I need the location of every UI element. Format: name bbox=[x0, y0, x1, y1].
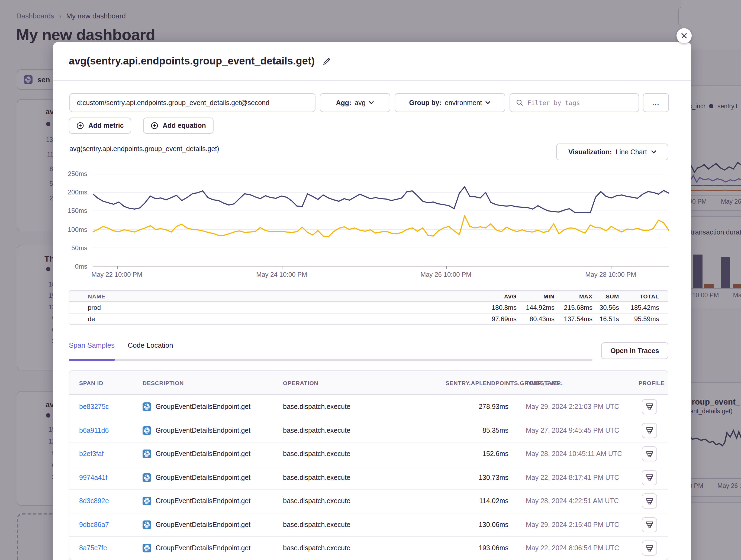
span-id-link[interactable]: 8d3c892e bbox=[79, 497, 143, 505]
profile-icon bbox=[645, 497, 654, 505]
span-description: GroupEventDetailsEndpoint.get bbox=[143, 473, 283, 482]
tag-filter-placeholder: Filter by tags bbox=[527, 99, 580, 106]
span-operation: base.dispatch.execute bbox=[283, 545, 446, 552]
span-id-link[interactable]: 9974a41f bbox=[79, 474, 143, 481]
edit-title-pencil-icon[interactable] bbox=[322, 57, 330, 65]
open-in-traces-button[interactable]: Open in Traces bbox=[601, 342, 668, 359]
metric-value: 278.93ms bbox=[446, 403, 509, 410]
profile-icon bbox=[645, 544, 654, 552]
visualization-select[interactable]: Visualization: Line Chart bbox=[556, 144, 668, 160]
metric-value: 130.73ms bbox=[446, 474, 509, 481]
span-operation: base.dispatch.execute bbox=[283, 403, 446, 410]
group-by-select[interactable]: Group by: environment bbox=[395, 93, 505, 112]
close-button[interactable] bbox=[676, 28, 692, 43]
sample-row: 9dbc86a7 GroupEventDetailsEndpoint.getba… bbox=[69, 512, 668, 536]
add-metric-label: Add metric bbox=[88, 122, 124, 130]
span-id-link[interactable]: 9dbc86a7 bbox=[79, 521, 143, 529]
modal-title: avg(sentry.api.endpoints.group_event_det… bbox=[69, 55, 315, 67]
col-total: TOTAL bbox=[619, 293, 659, 299]
python-icon bbox=[143, 544, 151, 553]
metric-query-input[interactable] bbox=[77, 99, 308, 106]
profile-button[interactable] bbox=[642, 470, 657, 485]
summary-row-de[interactable]: de 97.69ms 80.43ms 137.54ms 16.51s 95.59… bbox=[69, 313, 668, 324]
metric-value: 85.35ms bbox=[446, 427, 509, 434]
agg-label: Agg: bbox=[336, 99, 351, 106]
span-id-link[interactable]: b2ef3faf bbox=[79, 450, 143, 458]
timestamp: May 29, 2024 2:15:40 PM UTC bbox=[509, 521, 638, 529]
span-description: GroupEventDetailsEndpoint.get bbox=[143, 426, 283, 435]
profile-button[interactable] bbox=[642, 423, 657, 438]
series-min: 144.92ms bbox=[517, 304, 554, 311]
divider bbox=[53, 80, 691, 81]
metric-query-field[interactable] bbox=[69, 93, 316, 112]
y-axis-tick: 200ms bbox=[53, 189, 87, 196]
summary-row-prod[interactable]: prod 180.8ms 144.92ms 215.68ms 30.56s 18… bbox=[69, 302, 668, 313]
profile-button[interactable] bbox=[642, 447, 657, 462]
add-equation-button[interactable]: Add equation bbox=[143, 117, 214, 134]
timestamp: May 28, 2024 10:45:11 AM UTC bbox=[509, 450, 638, 458]
span-samples-table: SPAN ID DESCRIPTION OPERATION SENTRY.API… bbox=[69, 371, 668, 560]
metric-value: 114.02ms bbox=[446, 497, 509, 505]
add-metric-button[interactable]: Add metric bbox=[69, 117, 131, 134]
series-sum: 30.56s bbox=[593, 304, 619, 311]
timestamp: May 22, 2024 8:17:41 PM UTC bbox=[509, 474, 638, 481]
y-axis-tick: 50ms bbox=[53, 245, 87, 252]
span-id-link[interactable]: b6a911d6 bbox=[79, 427, 143, 434]
active-tab-indicator bbox=[69, 359, 115, 361]
col-span-id: SPAN ID bbox=[79, 379, 143, 386]
group-by-value: environment bbox=[445, 99, 482, 106]
visualization-value: Line Chart bbox=[616, 148, 647, 156]
col-profile: PROFILE bbox=[638, 379, 665, 386]
series-summary-table: NAME AVG MIN MAX SUM TOTAL prod 180.8ms … bbox=[69, 290, 668, 325]
tab-label: Span Samples bbox=[69, 341, 115, 349]
tab-code-location[interactable]: Code Location bbox=[128, 341, 173, 361]
span-operation: base.dispatch.execute bbox=[283, 474, 446, 481]
sample-row: be83275c GroupEventDetailsEndpoint.getba… bbox=[69, 395, 668, 418]
span-description: GroupEventDetailsEndpoint.get bbox=[143, 544, 283, 553]
ellipsis-icon: ... bbox=[652, 99, 660, 106]
span-description: GroupEventDetailsEndpoint.get bbox=[143, 450, 283, 459]
aggregation-select[interactable]: Agg: avg bbox=[320, 93, 390, 112]
screen: Dashboards › My new dashboard My new das… bbox=[0, 0, 741, 560]
col-operation: OPERATION bbox=[283, 379, 446, 386]
metric-value: 193.06ms bbox=[446, 545, 509, 552]
chevron-down-icon bbox=[369, 101, 374, 104]
span-description: GroupEventDetailsEndpoint.get bbox=[143, 497, 283, 505]
span-operation: base.dispatch.execute bbox=[283, 427, 446, 434]
metric-details-modal: avg(sentry.api.endpoints.group_event_det… bbox=[53, 42, 691, 560]
span-operation: base.dispatch.execute bbox=[283, 450, 446, 458]
col-avg: AVG bbox=[474, 293, 517, 299]
tab-span-samples[interactable]: Span Samples bbox=[69, 341, 115, 361]
col-metric-value: SENTRY.API.ENDPOINTS.GROUP_EVE… bbox=[446, 379, 509, 386]
x-axis-tick-mark bbox=[117, 266, 117, 269]
y-axis-tick: 250ms bbox=[53, 171, 87, 178]
line-chart[interactable] bbox=[93, 174, 669, 266]
sample-row: 9974a41f GroupEventDetailsEndpoint.getba… bbox=[69, 466, 668, 489]
search-icon bbox=[516, 99, 523, 106]
span-id-link[interactable]: 8a75c7fe bbox=[79, 545, 143, 552]
more-options-button[interactable]: ... bbox=[643, 93, 669, 112]
col-timestamp: TIMESTAMP bbox=[509, 379, 638, 386]
profile-button[interactable] bbox=[642, 541, 657, 556]
tag-filter-input[interactable]: Filter by tags bbox=[510, 93, 639, 112]
x-axis-tick: May 24 10:00 PM bbox=[244, 271, 320, 278]
x-axis-tick-mark bbox=[611, 266, 611, 269]
profile-icon bbox=[645, 426, 654, 434]
metric-value: 152.6ms bbox=[446, 450, 509, 458]
y-axis-tick: 100ms bbox=[53, 226, 87, 233]
sample-row: 8a75c7fe GroupEventDetailsEndpoint.getba… bbox=[69, 536, 668, 560]
sample-row: 8d3c892e GroupEventDetailsEndpoint.getba… bbox=[69, 489, 668, 512]
chevron-down-icon bbox=[485, 101, 491, 104]
series-name: de bbox=[88, 315, 474, 323]
y-axis-tick: 0ms bbox=[53, 263, 87, 270]
plus-circle-icon bbox=[76, 122, 84, 130]
profile-button[interactable] bbox=[642, 399, 657, 414]
series-total: 185.42ms bbox=[619, 304, 659, 311]
agg-value: avg bbox=[354, 99, 365, 106]
profile-button[interactable] bbox=[642, 517, 657, 532]
profile-button[interactable] bbox=[642, 494, 657, 509]
span-id-link[interactable]: be83275c bbox=[79, 403, 143, 410]
close-icon bbox=[681, 32, 687, 39]
span-description: GroupEventDetailsEndpoint.get bbox=[143, 521, 283, 529]
col-min: MIN bbox=[517, 293, 554, 299]
